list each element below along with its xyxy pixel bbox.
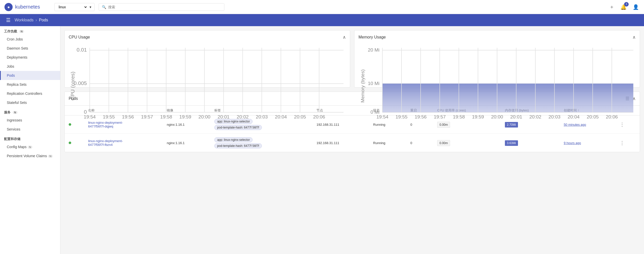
mem-y-min: 0 Mi bbox=[371, 109, 380, 115]
dropdown-arrow-icon: ▾ bbox=[90, 5, 91, 9]
pod-link-1[interactable]: linux-nginx-deployment-6477f56f7f-dqjwq bbox=[88, 121, 123, 128]
mem-time-1: 19:55 bbox=[395, 114, 408, 119]
row2-restarts: 0 bbox=[406, 134, 433, 152]
breadcrumb-bar: ☰ Workloads › Pods bbox=[0, 14, 644, 26]
mem-y-mid: 10 Mi bbox=[368, 81, 379, 86]
svg-text:⎈: ⎈ bbox=[8, 6, 10, 9]
sidebar-item-stateful-sets[interactable]: Stateful Sets bbox=[0, 98, 60, 107]
mem-time-8: 20:02 bbox=[529, 114, 541, 119]
memory-chart-area: 20 Mi 10 Mi 0 Mi Memory (bytes) bbox=[358, 43, 636, 83]
cpu-time-7: 20:01 bbox=[218, 114, 230, 119]
mem-time-7: 20:01 bbox=[510, 114, 522, 119]
cpu-y-min: 0 bbox=[84, 109, 87, 115]
label-pill-2b: pod-template-hash: 6477f 56f7f bbox=[214, 143, 262, 148]
charts-row: CPU Usage ∧ 0.01 0.005 0 CPU (cores) bbox=[64, 30, 640, 88]
time-link-1[interactable]: 50 minutes ago bbox=[564, 123, 586, 126]
label-pill-1b: pod-template-hash: 6477f 56f7f bbox=[214, 125, 262, 130]
main-content: CPU Usage ∧ 0.01 0.005 0 CPU (cores) bbox=[60, 26, 644, 254]
sidebar: 工作负载 N Cron Jobs Daemon Sets Deployments… bbox=[0, 26, 60, 254]
sidebar-item-replication-controllers[interactable]: Replication Controllers bbox=[0, 89, 60, 98]
row2-status: Running bbox=[369, 134, 406, 152]
sidebar-section-services: 服务 N bbox=[0, 107, 60, 116]
search-bar[interactable]: 🔍 bbox=[99, 3, 224, 11]
breadcrumb-parent[interactable]: Workloads bbox=[15, 18, 33, 22]
cpu-y-mid: 0.005 bbox=[74, 80, 87, 86]
mem-time-3: 19:57 bbox=[434, 114, 446, 119]
cpu-chart-svg: 0.01 0.005 0 CPU (cores) bbox=[69, 43, 346, 119]
top-nav: ⎈ kubernetes linux ▾ 🔍 ＋ 🔔 3 👤 bbox=[0, 0, 644, 14]
memory-chart-title: Memory Usage bbox=[358, 35, 386, 39]
cpu-time-0: 19:54 bbox=[84, 114, 96, 119]
mem-time-5: 19:59 bbox=[472, 114, 484, 119]
mem-usage-bar-1: 2.70Mi bbox=[505, 122, 518, 128]
mem-y-axis-label: Memory (bytes) bbox=[360, 69, 365, 103]
sidebar-section-workloads-badge: N bbox=[19, 30, 24, 33]
cpu-time-10: 20:04 bbox=[275, 114, 287, 119]
memory-chart-svg: 20 Mi 10 Mi 0 Mi Memory (bytes) bbox=[358, 43, 636, 119]
sidebar-item-jobs[interactable]: Jobs bbox=[0, 62, 60, 71]
notifications-button[interactable]: 🔔 3 bbox=[619, 3, 628, 11]
logo-text: kubernetes bbox=[15, 4, 40, 10]
memory-fill-area bbox=[382, 84, 633, 112]
row2-image: nginx:1.16.1 bbox=[163, 134, 210, 152]
search-icon: 🔍 bbox=[102, 5, 106, 9]
mem-time-11: 20:05 bbox=[587, 114, 599, 119]
namespace-selector[interactable]: linux ▾ bbox=[54, 3, 95, 11]
app-layout: 工作负载 N Cron Jobs Daemon Sets Deployments… bbox=[0, 26, 644, 254]
sidebar-section-services-badge: N bbox=[13, 111, 18, 114]
mem-time-10: 20:04 bbox=[568, 114, 580, 119]
mem-y-max: 20 Mi bbox=[368, 47, 379, 53]
cpu-y-max: 0.01 bbox=[77, 47, 87, 53]
breadcrumb-separator: › bbox=[35, 18, 37, 22]
sidebar-item-config-maps[interactable]: Config Maps N bbox=[0, 142, 60, 151]
kubernetes-logo-icon: ⎈ bbox=[4, 3, 13, 12]
sidebar-item-replica-sets[interactable]: Replica Sets bbox=[0, 80, 60, 89]
cpu-time-5: 19:59 bbox=[179, 114, 191, 119]
mem-time-4: 19:58 bbox=[453, 114, 465, 119]
cpu-time-6: 20:00 bbox=[198, 114, 211, 119]
pod-link-2[interactable]: linux-nginx-deployment-6477f56f7f-fbzn4 bbox=[88, 139, 123, 147]
label-pill-1a: app: linux-nginx-selector bbox=[214, 119, 253, 124]
row2-node: 192.168.31.111 bbox=[312, 134, 369, 152]
status-running-dot-2 bbox=[69, 142, 71, 144]
memory-chart-collapse-button[interactable]: ∧ bbox=[632, 34, 636, 40]
mem-time-0: 19:54 bbox=[376, 114, 388, 119]
mem-time-12: 20:06 bbox=[606, 114, 618, 119]
sidebar-item-services[interactable]: Services bbox=[0, 125, 60, 134]
cpu-usage-bar-2: 0.00m bbox=[437, 140, 450, 146]
time-link-2[interactable]: 9 hours ago bbox=[564, 141, 581, 145]
sidebar-item-cron-jobs[interactable]: Cron Jobs bbox=[0, 35, 60, 44]
sidebar-section-workloads-label: 工作负载 bbox=[4, 29, 17, 34]
sidebar-item-pods[interactable]: Pods bbox=[0, 71, 60, 80]
cpu-time-8: 20:02 bbox=[237, 114, 249, 119]
sidebar-item-daemon-sets[interactable]: Daemon Sets bbox=[0, 44, 60, 53]
cpu-time-3: 19:57 bbox=[141, 114, 153, 119]
user-avatar-button[interactable]: 👤 bbox=[632, 3, 640, 11]
hamburger-icon[interactable]: ☰ bbox=[6, 17, 11, 23]
row-menu-button-2[interactable]: ⋮ bbox=[620, 140, 625, 146]
pods-table-body: linux-nginx-deployment-6477f56f7f-dqjwq … bbox=[65, 115, 640, 152]
row-menu-button-1[interactable]: ⋮ bbox=[620, 121, 625, 128]
cpu-usage-bar-1: 0.00m bbox=[437, 122, 450, 128]
cpu-time-1: 19:55 bbox=[103, 114, 115, 119]
row2-status-indicator bbox=[65, 134, 84, 152]
sidebar-section-workloads: 工作负载 N bbox=[0, 26, 60, 35]
nav-actions: ＋ 🔔 3 👤 bbox=[608, 3, 640, 11]
row2-memory: 3.63Mi bbox=[501, 134, 560, 152]
cpu-chart-collapse-button[interactable]: ∧ bbox=[343, 34, 346, 40]
sidebar-item-ingresses[interactable]: Ingresses bbox=[0, 116, 60, 125]
mem-time-9: 20:03 bbox=[548, 114, 560, 119]
search-input[interactable] bbox=[108, 5, 221, 9]
cpu-chart-card: CPU Usage ∧ 0.01 0.005 0 CPU (cores) bbox=[64, 30, 350, 88]
status-running-dot bbox=[69, 123, 71, 126]
namespace-dropdown[interactable]: linux bbox=[58, 5, 88, 9]
sidebar-item-deployments[interactable]: Deployments bbox=[0, 53, 60, 62]
cpu-time-11: 20:05 bbox=[294, 114, 306, 119]
table-row: linux-nginx-deployment-6477f56f7f-fbzn4 … bbox=[65, 134, 640, 152]
row2-labels: app: linux-nginx-selector pod-template-h… bbox=[210, 134, 312, 152]
cpu-y-axis-label: CPU (cores) bbox=[70, 72, 75, 101]
add-button[interactable]: ＋ bbox=[608, 3, 615, 11]
row2-cpu: 0.00m bbox=[433, 134, 501, 152]
mem-usage-bar-2: 3.63Mi bbox=[505, 140, 518, 146]
sidebar-item-pvc[interactable]: Persistent Volume Claims N bbox=[0, 151, 60, 160]
